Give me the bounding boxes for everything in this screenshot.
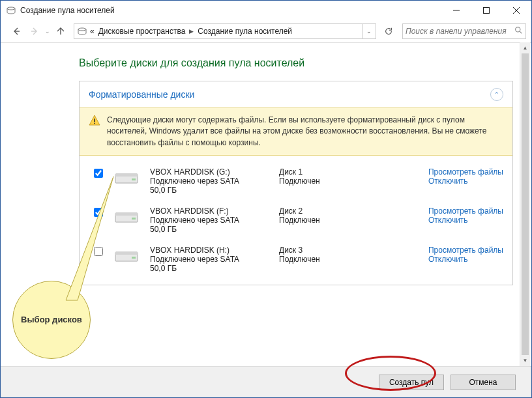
scroll-up-icon[interactable]: ▲ <box>520 42 530 53</box>
breadcrumb-item[interactable]: Дисковые пространства <box>98 27 186 36</box>
scroll-down-icon[interactable]: ▼ <box>520 355 530 366</box>
disk-status: Подключен <box>279 255 364 264</box>
drive-icon <box>77 26 87 36</box>
search-icon <box>514 25 523 37</box>
svg-point-8 <box>78 28 86 31</box>
scrollbar[interactable]: ▲ ▼ <box>520 42 530 366</box>
disk-size: 50,0 ГБ <box>150 225 267 234</box>
disk-size: 50,0 ГБ <box>150 264 267 273</box>
minimize-button[interactable] <box>441 1 471 20</box>
recent-dropdown[interactable]: ⌄ <box>45 28 50 35</box>
maximize-button[interactable] <box>471 1 501 20</box>
svg-marker-22 <box>66 177 113 300</box>
panel-header-label: Форматированные диски <box>89 89 194 100</box>
button-row: Создать пул Отмена <box>1 366 531 397</box>
breadcrumb-dropdown[interactable]: ⌄ <box>362 24 374 38</box>
disk-status: Подключен <box>279 216 364 225</box>
disk-name: VBOX HARDDISK (G:) <box>150 167 267 177</box>
breadcrumb-item[interactable]: Создание пула носителей <box>198 27 292 36</box>
disconnect-link[interactable]: Отключить <box>428 255 503 264</box>
disk-row: VBOX HARDDISK (F:)Подключено через SATA5… <box>94 206 503 234</box>
annotation-callout: Выбор дисков <box>12 281 91 359</box>
breadcrumb-chevrons[interactable]: « <box>90 27 95 36</box>
search-field[interactable] <box>406 27 514 36</box>
refresh-button[interactable] <box>381 24 396 38</box>
svg-line-10 <box>520 31 522 33</box>
up-button[interactable] <box>53 23 68 39</box>
disk-label: Диск 3 <box>279 246 364 255</box>
svg-rect-20 <box>115 252 138 255</box>
breadcrumb[interactable]: « Дисковые пространства ▶ Создание пула … <box>74 23 376 39</box>
disk-label: Диск 2 <box>279 206 364 216</box>
svg-rect-21 <box>132 257 136 259</box>
warning-text: Следующие диски могут содержать файлы. Е… <box>107 115 503 149</box>
view-files-link[interactable]: Просмотреть файлы <box>428 246 503 255</box>
svg-rect-2 <box>484 8 490 14</box>
disk-name: VBOX HARDDISK (F:) <box>150 206 267 216</box>
formatted-disks-panel: Форматированные диски ⌃ Следующие диски … <box>79 81 513 285</box>
view-files-link[interactable]: Просмотреть файлы <box>428 206 503 216</box>
svg-rect-14 <box>115 174 138 177</box>
view-files-link[interactable]: Просмотреть файлы <box>428 167 503 177</box>
disk-row: VBOX HARDDISK (G:)Подключено через SATA5… <box>94 167 503 195</box>
disk-label: Диск 1 <box>279 167 364 177</box>
disk-list: VBOX HARDDISK (G:)Подключено через SATA5… <box>80 156 512 285</box>
disk-icon <box>115 247 138 263</box>
app-icon <box>6 5 16 16</box>
disk-icon <box>115 169 138 184</box>
cancel-button[interactable]: Отмена <box>451 375 516 390</box>
disconnect-link[interactable]: Отключить <box>428 177 503 186</box>
forward-button[interactable] <box>27 23 42 39</box>
annotation-label: Выбор дисков <box>21 315 82 326</box>
svg-rect-11 <box>94 119 95 122</box>
window-title: Создание пула носителей <box>20 6 115 15</box>
create-pool-button[interactable]: Создать пул <box>379 375 444 390</box>
disk-connection: Подключено через SATA <box>150 177 267 186</box>
scroll-thumb[interactable] <box>522 53 529 355</box>
disk-connection: Подключено через SATA <box>150 255 267 264</box>
disk-icon <box>115 208 138 223</box>
disk-name: VBOX HARDDISK (H:) <box>150 246 267 255</box>
svg-rect-15 <box>132 178 136 180</box>
svg-rect-12 <box>94 123 95 124</box>
panel-header[interactable]: Форматированные диски ⌃ <box>80 81 512 107</box>
warning-box: Следующие диски могут содержать файлы. Е… <box>80 107 512 156</box>
disk-row: VBOX HARDDISK (H:)Подключено через SATA5… <box>94 246 503 273</box>
svg-point-0 <box>7 7 15 10</box>
svg-point-9 <box>516 27 520 32</box>
svg-rect-17 <box>115 213 138 216</box>
disk-connection: Подключено через SATA <box>150 216 267 225</box>
close-button[interactable] <box>501 1 531 20</box>
collapse-icon[interactable]: ⌃ <box>490 88 503 101</box>
disk-status: Подключен <box>279 177 364 186</box>
navbar: ⌄ « Дисковые пространства ▶ Создание пул… <box>1 20 531 42</box>
page-title: Выберите диски для создания пула носител… <box>79 57 513 69</box>
disk-size: 50,0 ГБ <box>150 186 267 195</box>
search-input[interactable] <box>402 23 526 39</box>
titlebar: Создание пула носителей <box>1 1 531 20</box>
back-button[interactable] <box>8 23 24 39</box>
disconnect-link[interactable]: Отключить <box>428 216 503 225</box>
chevron-right-icon: ▶ <box>185 28 198 35</box>
warning-icon <box>89 115 100 149</box>
svg-rect-18 <box>132 218 136 220</box>
